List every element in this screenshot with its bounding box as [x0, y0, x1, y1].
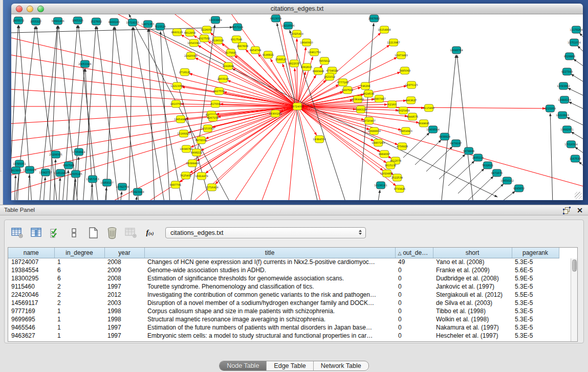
table-cell[interactable]: 2 [54, 282, 104, 291]
graph-edge[interactable] [257, 106, 297, 200]
table-cell[interactable]: 5.3E-5 [512, 315, 559, 323]
graph-node[interactable]: 8215358 [545, 105, 556, 112]
table-cell[interactable]: 5.9E-5 [512, 274, 559, 282]
graph-edge[interactable] [226, 106, 297, 200]
graph-node[interactable]: 12213359 [170, 82, 183, 90]
table-cell[interactable]: 5.6E-5 [512, 266, 559, 274]
graph-node[interactable]: 10025458 [397, 107, 409, 114]
graph-node[interactable]: 8660123 [171, 29, 183, 36]
table-cell[interactable]: 9777169 [8, 307, 54, 315]
graph-node[interactable]: 18720407 [362, 117, 375, 124]
table-mode-button[interactable] [11, 226, 24, 239]
graph-node[interactable]: 17359924 [72, 148, 85, 156]
graph-node[interactable]: 9756928 [397, 143, 408, 150]
graph-edge[interactable] [441, 55, 456, 200]
graph-node[interactable]: 9227343 [561, 68, 573, 75]
table-cell[interactable]: 0 [395, 282, 433, 291]
graph-edge[interactable] [457, 55, 473, 200]
graph-edge[interactable] [161, 31, 170, 200]
graph-node[interactable]: 3624534 [363, 90, 374, 97]
graph-edge[interactable] [77, 157, 79, 200]
tab-network-table[interactable]: Network Table [313, 361, 368, 370]
table-cell[interactable]: 22420046 [8, 291, 54, 299]
graph-node[interactable]: 2867608 [237, 42, 248, 50]
graph-node[interactable]: 1055327 [30, 18, 41, 25]
table-cell[interactable]: 0 [395, 315, 433, 323]
table-cell[interactable]: 18300295 [8, 274, 54, 282]
float-window-icon[interactable] [563, 207, 571, 214]
graph-node[interactable]: 746266 [360, 82, 370, 90]
table-cell[interactable]: 2008 [104, 258, 144, 266]
table-cell[interactable]: Tourette syndrome. Phenomenology and cla… [144, 282, 395, 291]
graph-node[interactable]: 22420046 [184, 52, 197, 59]
table-cell[interactable]: Hescheler et al. (1997) [433, 332, 512, 340]
graph-node[interactable]: 1621012 [324, 73, 335, 80]
graph-node[interactable]: 12213967 [387, 39, 400, 46]
graph-node[interactable]: 2087682 [368, 15, 380, 22]
graph-node[interactable]: 16782759 [116, 183, 128, 190]
graph-node[interactable]: 16033809 [209, 16, 222, 24]
graph-edge[interactable] [97, 26, 119, 200]
table-cell[interactable]: 9463627 [8, 332, 54, 340]
graph-node[interactable]: 15166825 [177, 130, 190, 137]
table-cell[interactable]: 14569117 [8, 299, 54, 307]
graph-node[interactable]: 8822037 [289, 60, 300, 67]
graph-edge[interactable] [297, 38, 297, 106]
graph-node[interactable]: 9733426 [394, 185, 405, 192]
graph-node[interactable]: 9146821 [263, 51, 274, 58]
network-window[interactable]: citations_edges.txt 18724007183002951938… [11, 4, 583, 201]
function-builder-button[interactable]: f(x) [143, 226, 157, 239]
table-scrollbar-thumb[interactable] [572, 259, 577, 272]
graph-node[interactable]: 12823448 [131, 188, 144, 195]
graph-edge[interactable] [14, 175, 16, 200]
graph-node[interactable]: 12975115 [405, 81, 418, 89]
graph-edge[interactable] [568, 88, 583, 97]
graph-edge[interactable] [91, 184, 92, 200]
table-cell[interactable]: 5.3E-5 [512, 282, 559, 291]
table-cell[interactable]: de Silva et al. (2003) [433, 299, 512, 307]
column-header[interactable]: pagerank [512, 248, 559, 258]
table-cell[interactable]: 5.3E-5 [512, 307, 559, 315]
table-cell[interactable]: 5.3E-5 [512, 323, 559, 332]
table-cell[interactable]: Wolkin et al. (1998) [433, 315, 512, 323]
row-select-button[interactable] [49, 226, 62, 239]
graph-node[interactable]: 19384554 [313, 136, 325, 143]
graph-node[interactable]: 30691406 [51, 17, 64, 25]
graph-node[interactable]: 7857224 [232, 24, 243, 31]
table-row[interactable]: 911546021997Tourette syndrome. Phenomeno… [8, 282, 559, 291]
table-panel-header[interactable]: Table Panel ✕ [0, 205, 588, 215]
table-cell[interactable]: 1 [54, 332, 104, 340]
graph-node[interactable]: 16648784 [450, 47, 463, 54]
table-cell[interactable]: Estimation of significance thresholds fo… [144, 274, 395, 282]
column-header[interactable]: short [433, 248, 512, 258]
graph-node[interactable]: 2522534 [391, 174, 403, 181]
graph-node[interactable]: 8949575 [407, 113, 418, 120]
graph-node[interactable]: 8912954 [184, 29, 195, 36]
graph-node[interactable]: 7986322 [355, 106, 366, 113]
graph-node[interactable]: 18640910 [300, 39, 313, 46]
graph-node[interactable]: 9487791 [170, 181, 181, 188]
table-cell[interactable]: 9115460 [8, 282, 54, 291]
network-window-titlebar[interactable]: citations_edges.txt [11, 4, 583, 14]
graph-node[interactable]: 1527602 [91, 18, 102, 25]
table-cell[interactable]: 49 [395, 258, 433, 266]
graph-node[interactable]: 19654923 [399, 127, 412, 135]
tab-node-table[interactable]: Node Table [220, 361, 266, 370]
graph-node[interactable]: 8466160 [108, 18, 120, 26]
graph-node[interactable]: 1810755 [170, 100, 182, 107]
graph-node[interactable]: 12093882 [557, 82, 570, 90]
table-cell[interactable]: Dudbridge et al. (2008) [433, 274, 512, 282]
graph-edge[interactable] [73, 69, 84, 200]
table-cell[interactable]: 2008 [104, 274, 144, 282]
table-cell[interactable]: Franke et al. (2009) [433, 266, 512, 274]
graph-edge[interactable] [136, 196, 137, 200]
graph-node[interactable]: 9463627 [405, 97, 417, 104]
graph-node[interactable]: 10688609 [367, 127, 380, 135]
graph-node[interactable]: 16154808 [378, 26, 390, 33]
graph-edge[interactable] [575, 147, 583, 156]
table-cell[interactable]: Estimation of the future numbers of pati… [144, 323, 395, 332]
graph-node[interactable]: 19654987 [174, 116, 187, 123]
graph-node[interactable]: 15716424 [205, 184, 218, 191]
table-cell[interactable]: 1 [54, 315, 104, 323]
graph-node[interactable]: 9317546 [231, 36, 242, 43]
